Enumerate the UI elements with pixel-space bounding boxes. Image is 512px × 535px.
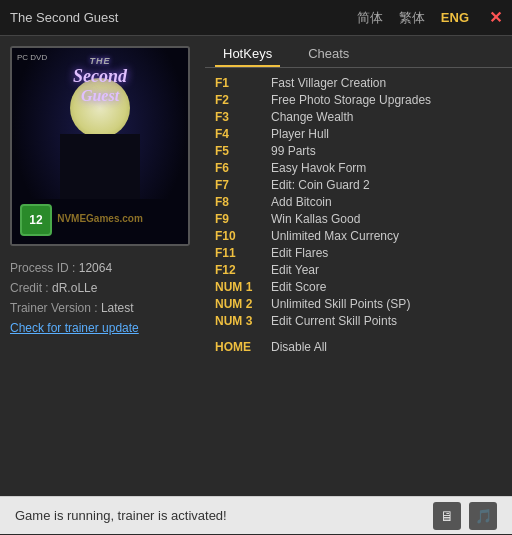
hotkey-action: Unlimited Skill Points (SP) — [271, 297, 410, 311]
hotkey-action: Edit Flares — [271, 246, 328, 260]
hotkey-key: HOME — [215, 340, 263, 354]
title-bar: The Second Guest 简体 繁体 ENG ✕ — [0, 0, 512, 36]
app-title: The Second Guest — [10, 10, 353, 25]
cover-game-title: THE Second Guest — [12, 56, 188, 105]
hotkey-row: F7Edit: Coin Guard 2 — [215, 178, 502, 192]
hotkey-key: NUM 1 — [215, 280, 263, 294]
hotkey-row: F3Change Wealth — [215, 110, 502, 124]
update-link-row: Check for trainer update — [10, 321, 195, 335]
hotkey-action: Edit Score — [271, 280, 326, 294]
lang-traditional[interactable]: 繁体 — [395, 7, 429, 29]
hotkey-action: Fast Villager Creation — [271, 76, 386, 90]
music-icon[interactable]: 🎵 — [469, 502, 497, 530]
hotkey-key: NUM 3 — [215, 314, 263, 328]
hotkey-action: Edit Current Skill Points — [271, 314, 397, 328]
hotkey-key: F8 — [215, 195, 263, 209]
hotkeys-list: F1Fast Villager CreationF2Free Photo Sto… — [205, 68, 512, 496]
main-content: THE Second Guest PC DVD 12 NVMEGames.com… — [0, 36, 512, 496]
process-id-value: 12064 — [79, 261, 112, 275]
credit-value: dR.oLLe — [52, 281, 97, 295]
trainer-version-label: Trainer Version : — [10, 301, 98, 315]
hotkey-row: F11Edit Flares — [215, 246, 502, 260]
trainer-version-value: Latest — [101, 301, 134, 315]
status-message: Game is running, trainer is activated! — [15, 508, 227, 523]
hotkey-row: NUM 1Edit Score — [215, 280, 502, 294]
process-id-label: Process ID : — [10, 261, 75, 275]
hotkey-key: F12 — [215, 263, 263, 277]
hotkey-row: F10Unlimited Max Currency — [215, 229, 502, 243]
credit-label: Credit : — [10, 281, 49, 295]
lang-english[interactable]: ENG — [437, 8, 473, 27]
hotkey-key: F9 — [215, 212, 263, 226]
hotkey-row: F2Free Photo Storage Upgrades — [215, 93, 502, 107]
hotkey-action: Free Photo Storage Upgrades — [271, 93, 431, 107]
info-section: Process ID : 12064 Credit : dR.oLLe Trai… — [10, 261, 195, 335]
platform-badge: PC DVD — [17, 53, 47, 62]
hotkey-action: Change Wealth — [271, 110, 354, 124]
trainer-version-row: Trainer Version : Latest — [10, 301, 195, 315]
tab-bar: HotKeys Cheats — [205, 36, 512, 68]
update-link[interactable]: Check for trainer update — [10, 321, 139, 335]
hotkey-key: F3 — [215, 110, 263, 124]
lang-simplified[interactable]: 简体 — [353, 7, 387, 29]
status-icons: 🖥 🎵 — [433, 502, 497, 530]
hotkey-key: F10 — [215, 229, 263, 243]
hotkey-key: F6 — [215, 161, 263, 175]
hotkey-row: NUM 2Unlimited Skill Points (SP) — [215, 297, 502, 311]
language-buttons: 简体 繁体 ENG ✕ — [353, 7, 502, 29]
credit-row: Credit : dR.oLLe — [10, 281, 195, 295]
process-id-row: Process ID : 12064 — [10, 261, 195, 275]
hotkey-key: F7 — [215, 178, 263, 192]
right-panel: HotKeys Cheats F1Fast Villager CreationF… — [205, 36, 512, 496]
tab-cheats[interactable]: Cheats — [300, 42, 357, 67]
watermark: NVMEGames.com — [57, 213, 143, 224]
hotkey-row: F12Edit Year — [215, 263, 502, 277]
hotkey-action: Edit Year — [271, 263, 319, 277]
hotkey-row: NUM 3Edit Current Skill Points — [215, 314, 502, 328]
hotkey-key: F1 — [215, 76, 263, 90]
castle-decoration — [60, 134, 140, 204]
left-panel: THE Second Guest PC DVD 12 NVMEGames.com… — [0, 36, 205, 496]
hotkey-row: F6Easy Havok Form — [215, 161, 502, 175]
hotkey-key: NUM 2 — [215, 297, 263, 311]
hotkey-action: Win Kallas Good — [271, 212, 360, 226]
hotkey-key: F11 — [215, 246, 263, 260]
hotkey-key: F5 — [215, 144, 263, 158]
hotkey-action: 99 Parts — [271, 144, 316, 158]
close-button[interactable]: ✕ — [489, 8, 502, 27]
hotkey-row: F599 Parts — [215, 144, 502, 158]
hotkey-row: F4Player Hull — [215, 127, 502, 141]
hotkey-key: F2 — [215, 93, 263, 107]
monitor-icon[interactable]: 🖥 — [433, 502, 461, 530]
hotkey-key: F4 — [215, 127, 263, 141]
hotkey-action: Player Hull — [271, 127, 329, 141]
hotkey-action: Edit: Coin Guard 2 — [271, 178, 370, 192]
hotkey-action: Disable All — [271, 340, 327, 354]
hotkey-row: F1Fast Villager Creation — [215, 76, 502, 90]
hotkey-row: HOMEDisable All — [215, 340, 502, 354]
game-cover: THE Second Guest PC DVD 12 NVMEGames.com — [10, 46, 190, 246]
hotkey-row: F9Win Kallas Good — [215, 212, 502, 226]
hotkey-action: Add Bitcoin — [271, 195, 332, 209]
hotkey-action: Unlimited Max Currency — [271, 229, 399, 243]
rating-badge: 12 — [20, 204, 52, 236]
hotkey-action: Easy Havok Form — [271, 161, 366, 175]
status-bar: Game is running, trainer is activated! 🖥… — [0, 496, 512, 534]
hotkey-row: F8Add Bitcoin — [215, 195, 502, 209]
tab-hotkeys[interactable]: HotKeys — [215, 42, 280, 67]
